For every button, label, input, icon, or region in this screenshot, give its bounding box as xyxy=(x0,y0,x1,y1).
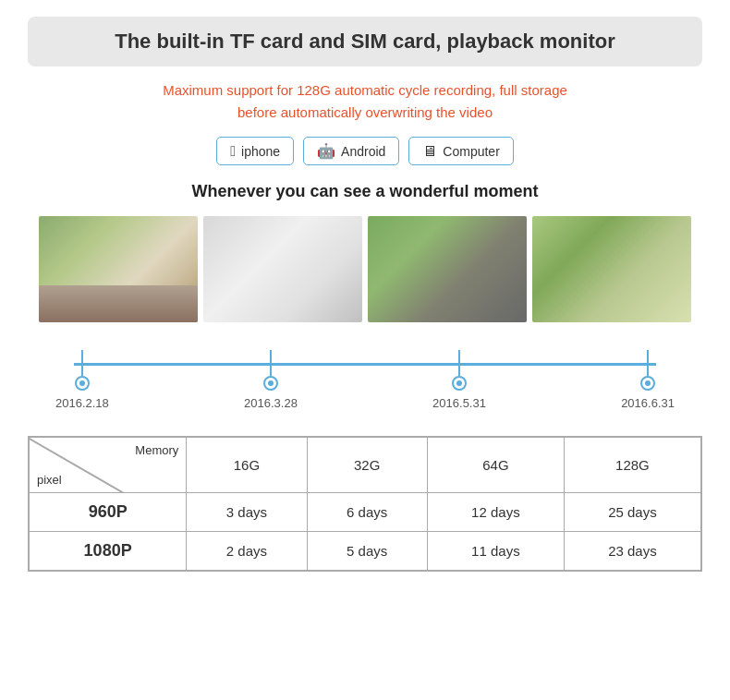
timeline-connector-3 xyxy=(458,350,460,376)
timeline-dot-2 xyxy=(263,376,278,391)
1080p-64g: 11 days xyxy=(427,532,564,571)
timeline-date-1: 2016.2.18 xyxy=(55,396,109,410)
1080p-16g: 2 days xyxy=(187,532,307,571)
subtitle-line2: before automatically overwriting the vid… xyxy=(237,104,493,120)
timeline-item-4: 2016.6.31 xyxy=(621,350,675,410)
apple-icon:  xyxy=(230,143,236,160)
photos-row xyxy=(28,216,702,322)
photo-landscape xyxy=(532,216,691,322)
960p-128g: 25 days xyxy=(564,493,700,532)
table-row-1080p: 1080P 2 days 5 days 11 days 23 days xyxy=(30,532,701,571)
photo-clothing-store xyxy=(203,216,362,322)
photo-living-room xyxy=(39,216,198,322)
1080p-32g: 5 days xyxy=(307,532,427,571)
1080p-128g: 23 days xyxy=(564,532,700,571)
pixel-960p-label: 960P xyxy=(30,493,187,532)
header-pixel: pixel xyxy=(37,473,62,487)
960p-64g: 12 days xyxy=(427,493,564,532)
storage-table: Memory pixel 16G 32G 64G 128G 960P 3 day… xyxy=(29,437,701,571)
960p-16g: 3 days xyxy=(187,493,307,532)
table-row-960p: 960P 3 days 6 days 12 days 25 days xyxy=(30,493,701,532)
table-header-row: Memory pixel 16G 32G 64G 128G xyxy=(30,438,701,493)
photo-parking xyxy=(368,216,527,322)
table-col-64g: 64G xyxy=(427,438,564,493)
android-icon: 🤖 xyxy=(317,142,335,160)
table-col-128g: 128G xyxy=(564,438,700,493)
banner-title: The built-in TF card and SIM card, playb… xyxy=(115,30,615,53)
table-corner-cell: Memory pixel xyxy=(30,438,187,493)
subtitle: Maximum support for 128G automatic cycle… xyxy=(28,79,702,124)
timeline-item-1: 2016.2.18 xyxy=(55,350,109,410)
timeline-items: 2016.2.18 2016.3.28 2016.5.31 2016.6.31 xyxy=(55,350,675,410)
android-label: Android xyxy=(341,144,385,159)
computer-label: Computer xyxy=(443,144,499,159)
storage-table-wrapper: Memory pixel 16G 32G 64G 128G 960P 3 day… xyxy=(28,436,702,572)
timeline-date-4: 2016.6.31 xyxy=(621,396,675,410)
iphone-button[interactable]:  iphone xyxy=(216,137,294,165)
timeline-item-2: 2016.3.28 xyxy=(244,350,298,410)
android-button[interactable]: 🤖 Android xyxy=(303,137,399,165)
computer-icon: 🖥 xyxy=(422,143,437,160)
timeline-date-2: 2016.3.28 xyxy=(244,396,298,410)
timeline-connector-2 xyxy=(270,350,272,376)
platform-row:  iphone 🤖 Android 🖥 Computer xyxy=(28,137,702,165)
timeline-connector-1 xyxy=(81,350,83,376)
960p-32g: 6 days xyxy=(307,493,427,532)
timeline-item-3: 2016.5.31 xyxy=(432,350,486,410)
header-banner: The built-in TF card and SIM card, playb… xyxy=(28,17,702,66)
section-heading: Whenever you can see a wonderful moment xyxy=(28,182,702,201)
pixel-1080p-label: 1080P xyxy=(30,532,187,571)
timeline-dot-4 xyxy=(640,376,655,391)
page-wrapper: The built-in TF card and SIM card, playb… xyxy=(0,0,730,599)
header-memory: Memory xyxy=(135,443,178,457)
timeline-dot-3 xyxy=(452,376,467,391)
timeline: 2016.2.18 2016.3.28 2016.5.31 2016.6.31 xyxy=(37,322,693,419)
table-col-16g: 16G xyxy=(187,438,307,493)
timeline-date-3: 2016.5.31 xyxy=(432,396,486,410)
table-col-32g: 32G xyxy=(307,438,427,493)
subtitle-line1: Maximum support for 128G automatic cycle… xyxy=(163,82,567,98)
timeline-dot-1 xyxy=(75,376,90,391)
computer-button[interactable]: 🖥 Computer xyxy=(408,137,513,165)
iphone-label: iphone xyxy=(241,144,280,159)
timeline-connector-4 xyxy=(647,350,649,376)
